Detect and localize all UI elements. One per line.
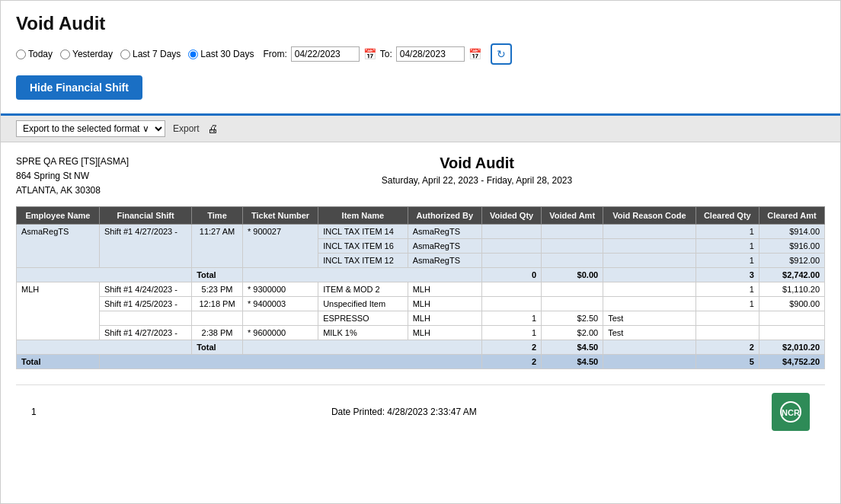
radio-yesterday[interactable]: Yesterday bbox=[60, 49, 113, 59]
grand-total-voided-amt: $4.50 bbox=[542, 354, 603, 368]
page-number: 1 bbox=[31, 407, 37, 417]
time: 12:18 PM bbox=[192, 296, 243, 311]
total-cleared-qty: 3 bbox=[696, 267, 759, 282]
cleared-qty: 1 bbox=[696, 282, 759, 296]
authorized-by: AsmaRegTS bbox=[408, 238, 481, 253]
total-cleared-amt: $2,742.00 bbox=[759, 267, 824, 282]
radio-today[interactable]: Today bbox=[16, 49, 53, 59]
table-row: MLH Shift #1 4/24/2023 - 5:23 PM * 93000… bbox=[17, 282, 825, 296]
financial-shift bbox=[99, 311, 191, 325]
col-employee: Employee Name bbox=[17, 206, 100, 224]
cleared-qty: 1 bbox=[696, 253, 759, 267]
export-button[interactable]: Export bbox=[173, 123, 200, 134]
col-authorized-by: Authorized By bbox=[408, 206, 481, 224]
header-section: Void Audit Today Yesterday Last 7 Days L… bbox=[1, 1, 840, 116]
cleared-qty bbox=[696, 325, 759, 340]
cleared-amt bbox=[759, 311, 824, 325]
authorized-by: AsmaRegTS bbox=[408, 224, 481, 238]
item-name: INCL TAX ITEM 16 bbox=[318, 238, 408, 253]
ticket-number: * 900027 bbox=[242, 224, 318, 267]
financial-shift: Shift #1 4/24/2023 - bbox=[99, 282, 191, 296]
col-financial-shift: Financial Shift bbox=[99, 206, 191, 224]
radio-last30[interactable]: Last 30 Days bbox=[188, 49, 254, 59]
to-calendar-icon[interactable]: 📅 bbox=[468, 48, 481, 60]
voided-qty: 1 bbox=[482, 311, 542, 325]
footer-section: 1 Date Printed: 4/28/2023 2:33:47 AM NCR bbox=[16, 384, 825, 439]
voided-amt bbox=[542, 296, 603, 311]
date-printed-block: Date Printed: 4/28/2023 2:33:47 AM bbox=[331, 407, 477, 417]
ticket-number: * 9400003 bbox=[242, 296, 318, 311]
authorized-by: AsmaRegTS bbox=[408, 253, 481, 267]
voided-amt bbox=[542, 253, 603, 267]
authorized-by: MLH bbox=[408, 282, 481, 296]
void-reason bbox=[603, 253, 696, 267]
grand-total-label: Total bbox=[17, 354, 100, 368]
time bbox=[192, 311, 243, 325]
ticket-number bbox=[242, 311, 318, 325]
voided-amt bbox=[542, 238, 603, 253]
voided-qty bbox=[482, 224, 542, 238]
address-line1: 864 Spring St NW bbox=[16, 169, 129, 183]
employee-name: AsmaRegTS bbox=[17, 224, 100, 267]
hide-financial-button[interactable]: Hide Financial Shift bbox=[16, 75, 142, 100]
report-header: SPRE QA REG [TS][ASMA] 864 Spring St NW … bbox=[16, 155, 825, 199]
item-name: ESPRESSO bbox=[318, 311, 408, 325]
toolbar-section: Export to the selected format ∨ Export 🖨 bbox=[1, 116, 840, 142]
time: 2:38 PM bbox=[192, 325, 243, 340]
subtotal-row: Total 2 $4.50 2 $2,010.20 bbox=[17, 340, 825, 354]
col-time: Time bbox=[192, 206, 243, 224]
total-cleared-qty: 2 bbox=[696, 340, 759, 354]
from-date-input[interactable] bbox=[291, 46, 360, 62]
total-label: Total bbox=[192, 340, 243, 354]
ticket-number: * 9300000 bbox=[242, 282, 318, 296]
cleared-amt bbox=[759, 325, 824, 340]
col-item-name: Item Name bbox=[318, 206, 408, 224]
cleared-qty: 1 bbox=[696, 224, 759, 238]
page-title: Void Audit bbox=[16, 13, 825, 34]
table-row: ESPRESSO MLH 1 $2.50 Test bbox=[17, 311, 825, 325]
total-voided-amt: $4.50 bbox=[542, 340, 603, 354]
from-calendar-icon[interactable]: 📅 bbox=[363, 48, 376, 60]
time: 11:27 AM bbox=[192, 224, 243, 267]
cleared-qty: 1 bbox=[696, 296, 759, 311]
item-name: Unspecified Item bbox=[318, 296, 408, 311]
void-reason: Test bbox=[603, 325, 696, 340]
time: 5:23 PM bbox=[192, 282, 243, 296]
subtotal-row: Total 0 $0.00 3 $2,742.00 bbox=[17, 267, 825, 282]
grand-total-row: Total 2 $4.50 5 $4,752.20 bbox=[17, 354, 825, 368]
void-reason bbox=[603, 296, 696, 311]
export-format-select[interactable]: Export to the selected format ∨ bbox=[16, 120, 165, 137]
col-voided-amt: Voided Amt bbox=[542, 206, 603, 224]
authorized-by: MLH bbox=[408, 296, 481, 311]
ticket-number: * 9600000 bbox=[242, 325, 318, 340]
date-printed-label: Date Printed: bbox=[331, 407, 385, 417]
table-row: AsmaRegTS Shift #1 4/27/2023 - 11:27 AM … bbox=[17, 224, 825, 238]
svg-text:NCR: NCR bbox=[782, 408, 800, 417]
voided-qty bbox=[482, 238, 542, 253]
address-line2: ATLANTA, AK 30308 bbox=[16, 183, 129, 198]
radio-group: Today Yesterday Last 7 Days Last 30 Days bbox=[16, 49, 254, 59]
to-date-input[interactable] bbox=[396, 46, 465, 62]
col-cleared-qty: Cleared Qty bbox=[696, 206, 759, 224]
refresh-button[interactable]: ↻ bbox=[491, 43, 512, 65]
grand-total-cleared-qty: 5 bbox=[696, 354, 759, 368]
radio-last7[interactable]: Last 7 Days bbox=[120, 49, 181, 59]
cleared-qty: 1 bbox=[696, 238, 759, 253]
total-cleared-amt: $2,010.20 bbox=[759, 340, 824, 354]
voided-qty bbox=[482, 282, 542, 296]
report-title-block: Void Audit Saturday, April 22, 2023 - Fr… bbox=[129, 155, 825, 186]
cleared-amt: $914.00 bbox=[759, 224, 824, 238]
report-table: Employee Name Financial Shift Time Ticke… bbox=[16, 206, 825, 369]
authorized-by: MLH bbox=[408, 311, 481, 325]
total-voided-qty: 0 bbox=[482, 267, 542, 282]
cleared-amt: $1,110.20 bbox=[759, 282, 824, 296]
financial-shift: Shift #1 4/27/2023 - bbox=[99, 224, 191, 267]
voided-amt: $2.00 bbox=[542, 325, 603, 340]
print-icon[interactable]: 🖨 bbox=[207, 123, 218, 135]
voided-amt bbox=[542, 224, 603, 238]
financial-shift: Shift #1 4/27/2023 - bbox=[99, 325, 191, 340]
total-label: Total bbox=[192, 267, 243, 282]
cleared-amt: $916.00 bbox=[759, 238, 824, 253]
date-printed-value: 4/28/2023 2:33:47 AM bbox=[387, 407, 476, 417]
grand-total-voided-qty: 2 bbox=[482, 354, 542, 368]
